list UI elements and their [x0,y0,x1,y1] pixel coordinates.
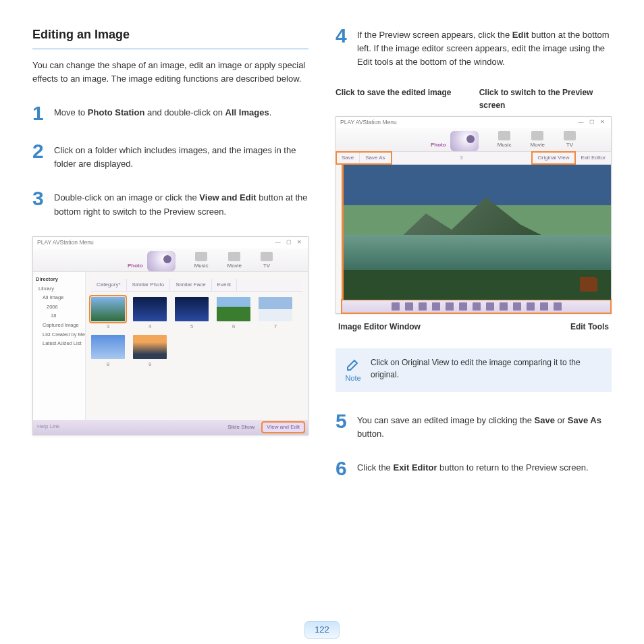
editor-canvas[interactable] [342,165,611,300]
tool-icon[interactable] [554,302,562,311]
app-menu[interactable]: Menu [79,239,93,246]
step-number: 6 [336,458,350,479]
tool-icon[interactable] [527,302,535,311]
step-text: button. [357,429,384,439]
sidebar-item[interactable]: 2006 [36,302,82,312]
view-and-edit-button[interactable]: View and Edit [263,423,304,432]
tool-icon[interactable] [446,302,454,311]
step-text: and double-click on [144,107,225,117]
thumb-image [175,297,209,321]
app-menu[interactable]: Menu [382,119,396,126]
window-controls[interactable]: — ▢ ✕ [579,118,607,126]
step-text: If the Preview screen appears, click the [357,30,512,40]
step-bold: Photo Station [88,107,145,117]
thumbnail[interactable]: 6 [217,297,250,331]
tab-label: Music [194,262,209,270]
step-bold: Edit [512,30,529,40]
tab-photo[interactable]: Photo [128,262,143,270]
thumbnail[interactable]: 9 [133,335,167,369]
filter-button[interactable]: Similar Photo [127,279,171,291]
step-number: 5 [336,411,350,441]
app-title: PLAY AVStation [37,239,78,246]
tool-icon[interactable] [540,302,548,311]
thumbnail[interactable]: 7 [259,297,292,331]
pencil-icon [345,356,361,373]
thumb-label: 3 [91,323,125,331]
sidebar-item[interactable]: Library [36,284,82,294]
step-number: 1 [32,103,47,124]
thumb-label: 6 [217,323,250,331]
thumb-image [133,297,167,321]
save-button[interactable]: Save [336,152,360,164]
sidebar-item[interactable]: Captured Image [36,321,82,330]
tab-label: TV [263,262,270,270]
tab-movie[interactable]: Movie [227,252,242,270]
label-editor-window: Image Editor Window [338,321,421,333]
filename-label: 3 [392,152,532,164]
callout-save: Click to save the edited image [336,86,451,111]
step-text: Click the [357,462,393,473]
tool-icon[interactable] [392,302,400,311]
filter-button[interactable]: Similar Face [170,279,211,291]
save-as-button[interactable]: Save As [360,152,391,164]
tv-icon [261,252,273,261]
deer-shape [580,277,597,292]
thumbnail[interactable]: 3 [91,297,125,331]
tab-music[interactable]: Music [194,252,209,270]
step-bold: Save As [568,415,601,425]
tab-label: Movie [227,262,242,270]
step-text: Click on a folder which includes images,… [54,141,308,171]
tool-icon[interactable] [473,302,481,311]
tool-icon[interactable] [459,302,467,311]
tab-label: Music [498,141,512,149]
tool-icon[interactable] [405,302,413,311]
thumbnail[interactable]: 5 [175,297,209,331]
help-link[interactable]: Help Link [37,423,59,432]
note-text: Click on Original View to edit the image… [371,356,602,381]
thumb-label: 4 [133,323,167,331]
tab-movie[interactable]: Movie [531,131,545,149]
intro-text: You can change the shape of an image, ed… [32,59,308,86]
step-text: You can save an edited image by clicking… [357,415,535,425]
filter-button[interactable]: Event [212,279,237,291]
tool-icon[interactable] [419,302,427,311]
sidebar-item[interactable]: All Image [36,293,82,302]
tab-tv[interactable]: TV [564,131,576,149]
sidebar-item[interactable]: List Created by Me [36,330,82,340]
tool-icon[interactable] [486,302,494,311]
step-number: 3 [32,188,47,218]
thumbnail[interactable]: 4 [133,297,167,331]
tool-icon[interactable] [432,302,440,311]
music-icon [195,252,207,261]
tool-icon[interactable] [500,302,508,311]
tv-icon [564,131,576,140]
window-controls[interactable]: — ▢ ✕ [275,238,304,246]
screenshot-editor: PLAY AVStation Menu — ▢ ✕ Photo Music Mo… [336,116,612,315]
step-4: 4 If the Preview screen appears, click t… [336,26,612,69]
thumbnail[interactable]: 8 [91,335,125,369]
tab-photo[interactable]: Photo [431,141,446,149]
step-number: 4 [336,26,350,69]
lake-shape [344,235,611,270]
sidebar-item[interactable]: 18 [36,311,82,321]
tab-music[interactable]: Music [498,131,512,149]
page-number: 122 [304,621,340,639]
step-6: 6 Click the Exit Editor button to return… [336,458,612,479]
screenshot-gallery: PLAY AVStation Menu — ▢ ✕ Photo Music Mo… [32,236,308,435]
original-view-button[interactable]: Original View [532,152,575,164]
thumb-label: 8 [91,360,125,369]
sidebar-item[interactable]: Latest Added List [36,339,82,348]
thumb-label: 7 [259,323,292,331]
tab-label: Photo [431,141,446,149]
step-bold: All Images [225,107,269,117]
step-bold: Exit Editor [393,462,437,473]
filter-button[interactable]: Category* [91,279,127,291]
exit-editor-button[interactable]: Exit Editor [575,152,611,164]
tab-tv[interactable]: TV [261,252,273,270]
slideshow-button[interactable]: Slide Show [223,423,259,432]
thumb-image [133,335,167,359]
page-title: Editing an Image [32,26,308,49]
step-number: 2 [32,141,47,171]
tool-icon[interactable] [513,302,521,311]
step-text: . [269,107,272,117]
